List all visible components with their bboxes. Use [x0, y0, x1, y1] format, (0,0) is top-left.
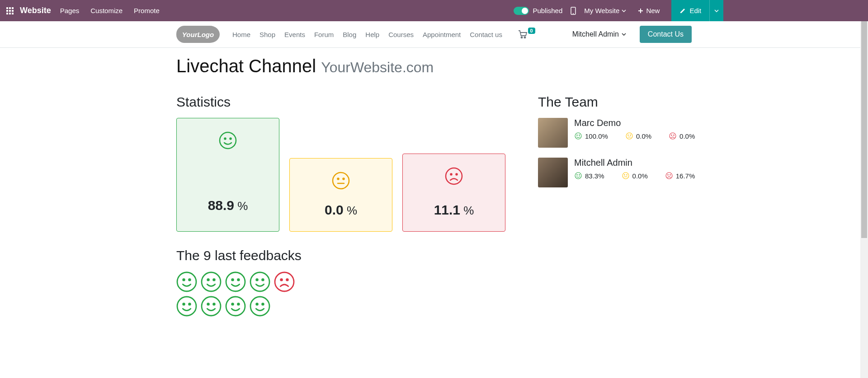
svg-point-53: [626, 133, 632, 139]
svg-point-62: [579, 174, 580, 175]
member-name: Mitchell Admin: [574, 158, 695, 168]
svg-point-48: [256, 303, 258, 305]
svg-point-69: [670, 174, 670, 175]
contact-us-button[interactable]: Contact Us: [640, 26, 692, 43]
caret-down-icon: [622, 33, 626, 36]
member-happy-value: 100.0%: [585, 132, 608, 140]
apps-grid-icon[interactable]: [0, 7, 20, 14]
edit-button[interactable]: Edit: [671, 0, 709, 21]
happy-face-icon[interactable]: [176, 271, 197, 292]
svg-point-26: [202, 272, 221, 291]
happy-face-icon[interactable]: [250, 296, 270, 317]
svg-point-64: [624, 174, 624, 175]
happy-face-icon[interactable]: [225, 271, 246, 292]
published-label: Published: [533, 7, 562, 14]
svg-point-58: [671, 135, 672, 135]
nav-forum[interactable]: Forum: [314, 31, 334, 38]
logo-text: YourLogo: [182, 31, 214, 38]
website-switcher[interactable]: My Website: [584, 7, 626, 14]
mobile-preview-icon[interactable]: [571, 7, 576, 15]
svg-point-49: [262, 303, 264, 305]
svg-point-47: [250, 297, 269, 316]
svg-point-36: [281, 279, 283, 281]
happy-face-icon: [574, 132, 582, 140]
member-stats: 83.3% 0.0% 16.7%: [574, 172, 695, 180]
svg-rect-3: [6, 10, 8, 12]
neutral-face-icon: [625, 132, 633, 140]
svg-rect-6: [6, 13, 8, 14]
nav-shop[interactable]: Shop: [259, 31, 275, 38]
site-header: YourLogo Home Shop Events Forum Blog Hel…: [176, 21, 692, 47]
toggle-switch-icon[interactable]: [514, 7, 529, 15]
svg-rect-5: [12, 10, 14, 12]
admin-top-bar: Website Pages Customize Promote Publishe…: [0, 0, 868, 21]
happy-face-icon[interactable]: [201, 296, 222, 317]
cart-icon: [518, 30, 527, 38]
svg-point-52: [579, 135, 580, 135]
svg-point-40: [189, 303, 191, 305]
svg-point-16: [333, 173, 349, 189]
svg-point-21: [451, 174, 452, 175]
site-nav: Home Shop Events Forum Blog Help Courses…: [232, 31, 502, 38]
happy-face-icon[interactable]: [201, 271, 222, 292]
svg-rect-0: [6, 7, 8, 9]
feedbacks-grid: [176, 271, 312, 317]
nav-home[interactable]: Home: [232, 31, 250, 38]
happy-face-icon[interactable]: [176, 296, 197, 317]
svg-point-44: [226, 297, 245, 316]
scrollbar[interactable]: [860, 21, 868, 317]
nav-appointment[interactable]: Appointment: [423, 31, 461, 38]
statistics-heading: Statistics: [176, 94, 520, 110]
sad-face-icon: [665, 172, 673, 180]
sad-face-icon: [444, 167, 463, 186]
member-sad-value: 0.0%: [679, 132, 695, 140]
cart-button[interactable]: 0: [518, 30, 536, 38]
svg-point-17: [338, 178, 339, 180]
scrollbar-thumb[interactable]: [861, 21, 867, 238]
user-menu[interactable]: Mitchell Admin: [572, 30, 626, 38]
edit-button-caret[interactable]: [709, 0, 723, 21]
new-button-label: New: [646, 7, 660, 14]
percent-sign: %: [234, 199, 248, 213]
svg-point-25: [189, 279, 191, 281]
svg-rect-1: [9, 7, 11, 9]
admin-menu-pages[interactable]: Pages: [60, 7, 80, 14]
nav-help[interactable]: Help: [365, 31, 379, 38]
member-neutral-value: 0.0%: [632, 172, 648, 180]
nav-courses[interactable]: Courses: [388, 31, 414, 38]
svg-rect-7: [9, 13, 11, 14]
svg-point-51: [577, 135, 577, 135]
svg-point-14: [225, 138, 226, 140]
caret-down-icon: [622, 9, 626, 12]
neutral-face-icon: [331, 171, 350, 190]
svg-point-57: [670, 133, 676, 139]
svg-point-22: [456, 174, 458, 175]
admin-menu-promote[interactable]: Promote: [134, 7, 160, 14]
nav-blog[interactable]: Blog: [343, 31, 356, 38]
happy-face-icon: [574, 172, 582, 180]
svg-point-68: [668, 174, 668, 175]
member-name: Marc Demo: [574, 118, 695, 128]
sad-face-icon[interactable]: [274, 271, 295, 292]
member-sad-value: 16.7%: [676, 172, 695, 180]
new-button[interactable]: New: [634, 7, 663, 14]
pencil-icon: [679, 8, 686, 14]
happy-face-icon[interactable]: [250, 271, 270, 292]
stat-sad-value: 11.1: [434, 202, 460, 217]
team-member: Mitchell Admin 83.3% 0.0% 16.7%: [538, 158, 695, 187]
svg-point-13: [220, 132, 236, 149]
page-content: Livechat Channel YourWebsite.com Statist…: [172, 48, 696, 317]
member-happy-value: 83.3%: [585, 172, 604, 180]
caret-down-icon: [714, 9, 719, 12]
svg-point-45: [232, 303, 234, 305]
team-member: Marc Demo 100.0% 0.0% 0.0%: [538, 118, 695, 148]
nav-contact[interactable]: Contact us: [470, 31, 502, 38]
site-logo[interactable]: YourLogo: [176, 26, 220, 43]
admin-brand[interactable]: Website: [20, 6, 60, 15]
svg-point-41: [202, 297, 221, 316]
published-toggle[interactable]: Published: [514, 7, 562, 15]
statistics-row: 88.9 % 0.0 % 11.1 %: [176, 118, 520, 232]
admin-menu-customize[interactable]: Customize: [90, 7, 123, 14]
happy-face-icon[interactable]: [225, 296, 246, 317]
nav-events[interactable]: Events: [284, 31, 305, 38]
